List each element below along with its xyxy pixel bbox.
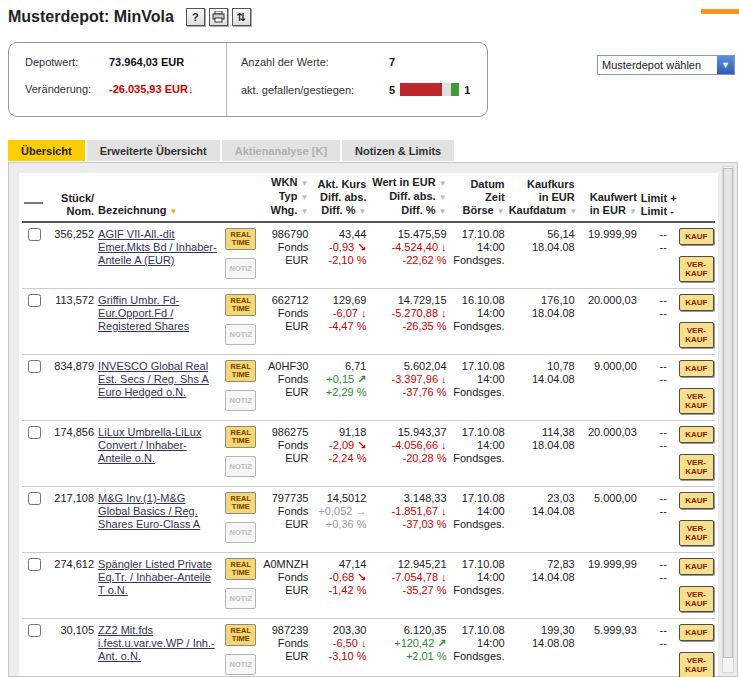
notiz-button[interactable]: NOTIZ	[225, 258, 256, 279]
notiz-button[interactable]: NOTIZ	[225, 522, 256, 543]
trend-arrow-icon: ↘	[357, 439, 366, 451]
col-typ: Typ	[279, 190, 298, 202]
refresh-icon[interactable]: ⇅	[232, 8, 251, 26]
verkauf-button[interactable]: VER- KAUF	[679, 388, 714, 414]
kauf-button[interactable]: KAUF	[679, 360, 714, 377]
col-kaufwert-eur: in EUR	[590, 204, 626, 216]
col-wert-diff-pct: Diff. %	[401, 204, 435, 216]
position-name-link[interactable]: ZZ2 Mit.fds i.fest.u.var.ve.WP / Inh.-An…	[98, 624, 218, 663]
quantity-value: 113,572	[48, 294, 94, 307]
currency-value: EUR	[260, 452, 308, 465]
position-name-link[interactable]: INVESCO Global Real Est. Secs / Reg. Shs…	[98, 360, 218, 399]
kurs-diff-pct: -2,10 %	[312, 254, 366, 267]
notiz-button[interactable]: NOTIZ	[225, 456, 256, 477]
table-row: 113,572 Griffin Umbr. Fd-Eur.Opport.Fd /…	[22, 289, 715, 355]
row-checkbox[interactable]	[28, 426, 41, 439]
realtime-button[interactable]: REAL TIME	[225, 624, 256, 646]
position-name-link[interactable]: Spängler Listed Private Eq.Tr. / Inhaber…	[98, 558, 218, 597]
kaufwert-value: 20.000,03	[579, 294, 637, 307]
musterdepot-select[interactable]: Musterdepot wählen ▼	[597, 55, 735, 75]
typ-value: Fonds	[260, 637, 308, 650]
row-checkbox[interactable]	[28, 558, 41, 571]
kauf-button[interactable]: KAUF	[679, 426, 714, 443]
kauf-button[interactable]: KAUF	[679, 492, 714, 509]
tab-uebersicht[interactable]: Übersicht	[8, 140, 85, 161]
chevron-down-icon[interactable]: ▼	[717, 56, 734, 74]
row-checkbox[interactable]	[28, 294, 41, 307]
sort-wert-abs-icon[interactable]: ▼	[439, 193, 447, 202]
kaufdatum-value: 18.04.08	[509, 241, 575, 254]
table-body: 356,252 AGIF VII-All.-dit Emer.Mkts Bd /…	[22, 222, 715, 677]
col-limit-plus: Limit +	[641, 192, 667, 205]
kurs-diff-abs: +0,15 ↗	[312, 373, 366, 386]
notiz-button[interactable]: NOTIZ	[225, 588, 256, 609]
verkauf-button[interactable]: VER- KAUF	[679, 322, 714, 348]
kauf-button[interactable]: KAUF	[679, 558, 714, 575]
realtime-button[interactable]: REAL TIME	[225, 558, 256, 580]
realtime-button[interactable]: REAL TIME	[225, 294, 256, 316]
row-checkbox[interactable]	[28, 228, 41, 241]
page-header: Musterdepot: MinVola ? ⇅	[0, 0, 739, 26]
depotwert-value: 73.964,03 EUR	[109, 56, 184, 68]
sort-kaufdatum-icon[interactable]: ▼	[569, 207, 577, 216]
scrollbar-thumb[interactable]	[723, 168, 733, 658]
verkauf-button[interactable]: VER- KAUF	[679, 652, 714, 677]
col-boerse: Börse	[462, 204, 493, 216]
tab-notizen-limits[interactable]: Notizen & Limits	[342, 140, 454, 161]
help-icon[interactable]: ?	[186, 8, 205, 26]
kauf-button[interactable]: KAUF	[679, 228, 714, 245]
typ-value: Fonds	[260, 505, 308, 518]
zeit-value: 14:00	[451, 637, 505, 650]
notiz-button[interactable]: NOTIZ	[225, 390, 256, 411]
wert-value: 14.729,15	[370, 294, 446, 307]
sort-wert-pct-icon[interactable]: ▼	[439, 207, 447, 216]
limit-plus-value: --	[641, 360, 667, 373]
kurs-diff-abs: -0,68 ↘	[312, 571, 366, 584]
position-name-link[interactable]: M&G Inv.(1)-M&G Global Basics / Reg. Sha…	[98, 492, 218, 531]
realtime-button[interactable]: REAL TIME	[225, 492, 256, 514]
notiz-button[interactable]: NOTIZ	[225, 654, 256, 675]
realtime-button[interactable]: REAL TIME	[225, 228, 256, 250]
sort-kurs-pct-icon[interactable]: ▼	[359, 207, 367, 216]
sort-wert-icon[interactable]: ▼	[439, 179, 447, 188]
typ-value: Fonds	[260, 307, 308, 320]
realtime-button[interactable]: REAL TIME	[225, 426, 256, 448]
bar-gap-segment	[442, 83, 451, 96]
vertical-scrollbar[interactable]	[722, 166, 734, 673]
position-name-link[interactable]: LiLux Umbrella-LiLux Convert / Inhaber-A…	[98, 426, 218, 465]
tab-erweiterte-uebersicht[interactable]: Erweiterte Übersicht	[87, 140, 220, 161]
row-checkbox[interactable]	[28, 360, 41, 373]
wert-value: 15.475,59	[370, 228, 446, 241]
verkauf-button[interactable]: VER- KAUF	[679, 256, 714, 282]
verkauf-button[interactable]: VER- KAUF	[679, 586, 714, 612]
sort-wkn-icon[interactable]: ▼	[300, 179, 308, 188]
sort-bezeichnung-icon[interactable]: ▼	[170, 207, 178, 216]
summary-right-column: Anzahl der Werte: 7 akt. gefallen/gestie…	[227, 43, 487, 116]
kurs-diff-pct: -3,10 %	[312, 650, 366, 663]
row-checkbox[interactable]	[28, 492, 41, 505]
kaufkurs-value: 176,10	[509, 294, 575, 307]
kaufdatum-value: 14.04.08	[509, 571, 575, 584]
print-icon[interactable]	[209, 8, 228, 26]
notiz-button[interactable]: NOTIZ	[225, 324, 256, 345]
sort-boerse-icon[interactable]: ▼	[497, 207, 505, 216]
position-name-link[interactable]: Griffin Umbr. Fd-Eur.Opport.Fd / Registe…	[98, 294, 218, 333]
typ-value: Fonds	[260, 373, 308, 386]
sort-typ-icon[interactable]: ▼	[300, 193, 308, 202]
wert-value: 5.602,04	[370, 360, 446, 373]
kurs-value: 129,69	[312, 294, 366, 307]
kauf-button[interactable]: KAUF	[679, 624, 714, 641]
position-name-link[interactable]: AGIF VII-All.-dit Emer.Mkts Bd / Inhaber…	[98, 228, 218, 267]
kaufkurs-value: 72,83	[509, 558, 575, 571]
row-checkbox[interactable]	[28, 624, 41, 637]
realtime-button[interactable]: REAL TIME	[225, 360, 256, 382]
verkauf-button[interactable]: VER- KAUF	[679, 454, 714, 480]
verkauf-button[interactable]: VER- KAUF	[679, 520, 714, 546]
sort-kaufwert-icon[interactable]: ▼	[629, 207, 637, 216]
tab-aktienanalyse: Aktienanalyse [K]	[222, 140, 340, 161]
kauf-button[interactable]: KAUF	[679, 294, 714, 311]
zeit-value: 14:00	[451, 439, 505, 452]
sort-whg-icon[interactable]: ▼	[300, 207, 308, 216]
depot-summary-box: Depotwert: 73.964,03 EUR Veränderung: -2…	[8, 42, 488, 117]
col-wkn: WKN	[271, 176, 297, 188]
